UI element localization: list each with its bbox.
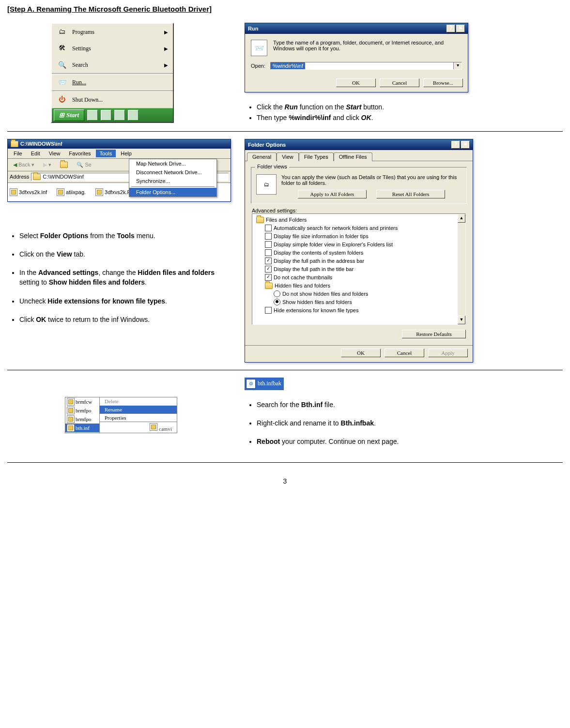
run-icon: 📨 — [57, 77, 67, 88]
address-label: Address — [10, 174, 29, 180]
inf-file-icon: ⚙ — [246, 379, 256, 389]
explorer-window: C:\WINDOWS\inf File Edit View Favorites … — [7, 139, 231, 202]
windows-logo-icon: ⊞ — [59, 111, 64, 119]
tools-dropdown: Map Network Drive... Disconnect Network … — [129, 159, 217, 197]
inf-file-icon — [67, 407, 75, 414]
menu-tools[interactable]: Tools — [96, 150, 116, 157]
quicklaunch-item[interactable] — [114, 110, 125, 121]
run-dialog-icon: 📨 — [251, 40, 267, 56]
quicklaunch-item[interactable] — [101, 110, 111, 121]
start-item-shutdown[interactable]: ⏻ Shut Down... — [52, 91, 173, 108]
menu-help[interactable]: Help — [117, 150, 136, 157]
start-menu: 🗂 Programs ▶ 🛠 Settings ▶ 🔍 Search ▶ 📨 R… — [51, 23, 174, 123]
scroll-down-icon[interactable]: ▼ — [458, 316, 465, 324]
cancel-button[interactable]: Cancel — [380, 78, 419, 87]
tab-file-types[interactable]: File Types — [299, 152, 334, 161]
ctx-rename[interactable]: Rename — [100, 406, 177, 413]
start-item-settings[interactable]: 🛠 Settings ▶ — [52, 40, 173, 57]
instructions-block-3: Search for the Bth.inf file. Right-click… — [245, 400, 563, 447]
inf-file-icon — [67, 398, 75, 406]
dropdown-arrow-icon[interactable]: ▾ — [453, 62, 462, 69]
ok-button[interactable]: OK — [336, 78, 376, 87]
drop-map[interactable]: Map Network Drive... — [129, 159, 216, 168]
quicklaunch-item[interactable] — [87, 110, 98, 121]
programs-icon: 🗂 — [57, 27, 67, 37]
apply-all-button[interactable]: Apply to All Folders — [298, 190, 367, 198]
apply-button[interactable]: Apply — [428, 349, 468, 357]
help-button[interactable]: ? — [447, 25, 455, 32]
explorer-title: C:\WINDOWS\inf — [20, 141, 62, 147]
settings-icon: 🛠 — [57, 43, 67, 54]
ctx-delete[interactable]: Delete — [100, 397, 177, 406]
tab-offline-files[interactable]: Offline Files — [334, 152, 372, 161]
close-button[interactable]: ✕ — [456, 25, 465, 32]
start-button[interactable]: ⊞ Start — [54, 109, 84, 121]
folder-icon — [265, 283, 273, 289]
instructions-block-1: Click the Run function on the Start butt… — [245, 102, 563, 123]
file-item[interactable]: brmfpo — [65, 415, 99, 424]
up-folder-icon — [60, 162, 68, 168]
file-item[interactable]: brmfpo — [65, 406, 99, 415]
close-button[interactable]: ✕ — [461, 141, 470, 149]
instructions-block-2: Select Folder Options from the Tools men… — [7, 231, 235, 325]
restore-defaults-button[interactable]: Restore Defaults — [402, 330, 466, 338]
start-item-programs[interactable]: 🗂 Programs ▶ — [52, 24, 173, 40]
up-button[interactable] — [57, 160, 71, 169]
reset-all-button[interactable]: Reset All Folders — [376, 190, 445, 198]
menubar: File Edit View Favorites Tools Help — [8, 149, 231, 159]
drop-folder-options[interactable]: Folder Options... — [129, 188, 216, 197]
page-title: [Step A. Renaming The Microsoft Generic … — [7, 5, 563, 13]
drop-disconnect[interactable]: Disconnect Network Drive... — [129, 168, 216, 177]
menu-edit[interactable]: Edit — [27, 150, 44, 157]
advanced-tree[interactable]: Files and Folders Automatically search f… — [252, 213, 466, 325]
start-item-search[interactable]: 🔍 Search ▶ — [52, 57, 173, 73]
pnf-file-icon — [95, 188, 103, 196]
scrollbar[interactable]: ▲ ▼ — [458, 214, 465, 324]
inf-file-icon — [67, 415, 75, 423]
ok-button[interactable]: OK — [341, 349, 381, 357]
cancel-button[interactable]: Cancel — [385, 349, 424, 357]
renamed-file[interactable]: ⚙ bth.infbak — [245, 378, 284, 390]
tab-general[interactable]: General — [247, 152, 277, 161]
search-button[interactable]: 🔍 Se — [73, 160, 94, 169]
open-label: Open: — [251, 63, 265, 69]
file-item[interactable]: 3dfxvs2k.inf — [10, 185, 47, 199]
menu-favorites[interactable]: Favorites — [65, 150, 94, 157]
ctx-properties[interactable]: Properties — [100, 413, 177, 422]
folder-options-title: Folder Options — [248, 142, 286, 148]
browse-button[interactable]: Browse... — [423, 78, 463, 87]
folder-options-dialog: Folder Options ? ✕ General View File Typ… — [245, 139, 473, 363]
folder-icon — [33, 174, 41, 180]
shutdown-icon: ⏻ — [57, 94, 67, 105]
submenu-arrow-icon: ▶ — [164, 62, 168, 68]
folder-views-group: Folder views 🗂 You can apply the view (s… — [251, 167, 467, 204]
menu-file[interactable]: File — [10, 150, 26, 157]
folder-icon — [11, 141, 18, 147]
drop-sync[interactable]: Synchronize... — [129, 177, 216, 185]
submenu-arrow-icon: ▶ — [164, 46, 168, 51]
inf-file-icon — [10, 188, 17, 196]
tab-view[interactable]: View — [277, 152, 299, 161]
back-button[interactable]: ◀ Back ▾ — [10, 160, 38, 169]
search-icon: 🔍 — [57, 60, 67, 70]
help-button[interactable]: ? — [451, 141, 460, 149]
scroll-up-icon[interactable]: ▲ — [458, 214, 465, 223]
inf-file-icon — [67, 424, 75, 432]
inf-file-icon — [57, 188, 64, 196]
forward-button[interactable]: ▶ ▾ — [40, 160, 55, 169]
folder-icon — [256, 217, 264, 223]
run-dialog: Run ? ✕ 📨 Type the name of a program, fo… — [245, 23, 468, 92]
run-dialog-desc: Type the name of a program, folder, docu… — [273, 40, 462, 56]
taskbar: ⊞ Start — [52, 108, 173, 122]
run-dialog-title: Run — [248, 26, 258, 31]
menu-view[interactable]: View — [45, 150, 64, 157]
file-item[interactable]: atiixpag. — [57, 185, 86, 199]
open-input[interactable]: %windir%\inf — [271, 62, 305, 69]
advanced-label: Advanced settings: — [252, 208, 466, 213]
submenu-arrow-icon: ▶ — [164, 30, 168, 35]
file-item[interactable]: brmfcw — [65, 397, 99, 406]
inf-file-icon — [150, 423, 157, 431]
quicklaunch-item[interactable] — [128, 110, 139, 121]
start-item-run[interactable]: 📨 Run... — [52, 74, 173, 91]
file-item-selected[interactable]: bth.inf — [65, 424, 99, 432]
